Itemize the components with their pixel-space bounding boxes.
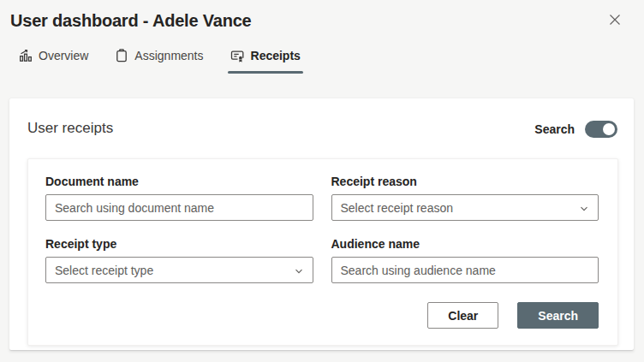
field-receipt-type: Receipt type Select receipt type [45, 237, 313, 283]
search-filter-form: Document name Receipt reason Select rece… [27, 158, 618, 346]
clipboard-icon [115, 49, 128, 62]
dropdown-placeholder: Select receipt reason [341, 201, 454, 215]
tab-label: Assignments [134, 49, 203, 62]
receipt-reason-dropdown[interactable]: Select receipt reason [331, 194, 599, 221]
tab-receipts[interactable]: Receipts [230, 49, 301, 74]
close-button[interactable] [606, 11, 623, 28]
clear-button[interactable]: Clear [427, 302, 498, 329]
search-toggle-label: Search [534, 122, 575, 136]
tab-assignments[interactable]: Assignments [115, 49, 203, 74]
user-receipts-panel: User receipts Search Document name Recei… [9, 98, 634, 350]
search-toggle[interactable] [585, 121, 617, 138]
bar-chart-icon [19, 49, 33, 62]
receipt-icon [230, 49, 245, 62]
tab-label: Receipts [251, 49, 301, 62]
chevron-down-icon [294, 266, 304, 276]
search-button[interactable]: Search [517, 302, 599, 329]
search-toggle-group: Search [534, 121, 617, 138]
field-document-name: Document name [45, 175, 313, 221]
toggle-knob-icon [603, 123, 615, 135]
audience-name-label: Audience name [331, 237, 599, 251]
tab-bar: Overview Assignments Receipts [19, 49, 301, 74]
document-name-label: Document name [45, 175, 313, 188]
receipt-type-dropdown[interactable]: Select receipt type [45, 257, 313, 283]
receipt-reason-label: Receipt reason [331, 175, 599, 188]
dialog-title: User dashboard - Adele Vance [10, 11, 252, 31]
document-name-input[interactable] [45, 194, 313, 221]
chevron-down-icon [579, 204, 589, 214]
tab-label: Overview [39, 49, 88, 62]
dropdown-placeholder: Select receipt type [55, 264, 153, 277]
receipt-type-label: Receipt type [45, 237, 313, 251]
field-audience-name: Audience name [331, 237, 599, 283]
audience-name-input[interactable] [331, 257, 599, 283]
field-receipt-reason: Receipt reason Select receipt reason [331, 175, 599, 221]
tab-overview[interactable]: Overview [19, 49, 88, 74]
form-actions: Clear Search [45, 302, 599, 329]
close-icon [609, 14, 621, 26]
panel-title: User receipts [27, 120, 113, 137]
form-grid: Document name Receipt reason Select rece… [45, 175, 599, 283]
